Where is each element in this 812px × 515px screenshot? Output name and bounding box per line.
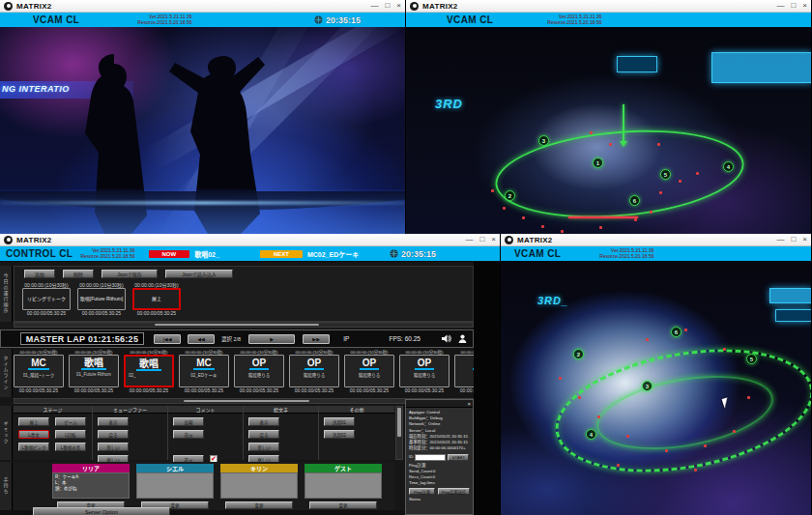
timeline-item-button[interactable]: OP階段降りる — [399, 355, 450, 387]
titlebar[interactable]: MATRIX2 — □ × — [406, 0, 811, 13]
waypoint-marker[interactable]: 2 — [505, 190, 515, 201]
schedule-item-button[interactable]: リビングでトーク — [22, 288, 71, 310]
gimmick-button-active[interactable]: L青文 — [18, 430, 49, 439]
schedule-load-json-button[interactable]: Jsonで読み込み — [165, 270, 233, 278]
gimmick-column-emoji: 絵文字 表示 戻る 悲しい 楽しい — [244, 406, 319, 460]
transport-next-button[interactable]: ▶▶ — [303, 334, 330, 344]
speaker-icon[interactable] — [442, 334, 451, 343]
waypoint-marker[interactable]: 4 — [723, 161, 734, 172]
gimmick-column-stage: ステージ 屋上 ゲーム L青文 L回転 L歌唱ピンク L歌唱水色 — [14, 406, 93, 460]
schedule-scrollbar[interactable] — [14, 322, 474, 328]
fps-indicator: FPS: 60.25 — [389, 335, 420, 342]
timeline-item-button[interactable]: C — [454, 355, 474, 387]
clock: 20:35:15 — [401, 249, 436, 259]
maximize-button[interactable]: □ — [479, 236, 484, 243]
gimmick-button[interactable]: 屋上 — [18, 417, 49, 426]
minimize-button[interactable]: — — [465, 236, 473, 243]
waypoint-marker[interactable]: 6 — [629, 195, 640, 206]
server-option-button[interactable]: Server Option — [33, 507, 170, 515]
ip-label: IP — [343, 335, 349, 342]
timeline-item-button[interactable]: MC02_EDケーキ — [179, 355, 229, 387]
stage-screen-panel — [617, 56, 657, 72]
maximize-button[interactable]: □ — [791, 236, 796, 243]
waypoint-marker[interactable]: 3 — [538, 135, 549, 146]
timeline-item-button[interactable]: OP階段降りる — [234, 355, 284, 387]
gimmick-button[interactable]: L歌唱水色 — [55, 443, 86, 451]
gimmick-button[interactable]: 花火 — [173, 430, 204, 439]
waypoint-marker[interactable]: 2 — [573, 349, 584, 359]
schedule-add-button[interactable]: 追加 — [24, 270, 55, 278]
version-info: Ver.2021.5.21.11.36Resorce.2021.5.20.18.… — [137, 14, 191, 26]
characters-side-label: 手持ち — [0, 462, 13, 510]
time-diff: 時刻差分：00:00:00.0004170+ — [409, 445, 470, 451]
stage-viewport-overhead[interactable]: 3RD 1 2 3 4 5 6 — [406, 27, 811, 234]
titlebar[interactable]: MATRIX2 — □ × — [501, 234, 811, 246]
globe-icon — [314, 15, 323, 24]
waypoint-marker[interactable]: 5 — [660, 169, 671, 180]
schedule-save-json-button[interactable]: Jsonで保存 — [102, 270, 158, 278]
gimmick-scrollbar[interactable] — [395, 406, 403, 460]
info-panel-titlebar[interactable]: × — [406, 400, 473, 408]
minimize-button[interactable]: — — [370, 2, 378, 10]
start-button[interactable]: START — [448, 454, 469, 461]
close-button[interactable]: × — [802, 236, 807, 243]
waypoint-marker[interactable]: 3 — [642, 381, 652, 391]
timeline-item-button[interactable]: 歌唱01_Future Rithum — [69, 355, 119, 387]
gimmick-button[interactable]: 汎用01 — [324, 417, 355, 426]
gimmick-button[interactable]: L回転 — [55, 430, 86, 439]
timeline-item-button[interactable]: OP階段降りる — [289, 355, 339, 387]
transport-prev-button[interactable]: ◀◀ — [188, 334, 215, 344]
id-input[interactable] — [415, 454, 446, 461]
stage-viewport-main[interactable]: NG INTERATIO — [0, 27, 405, 234]
timeline-item-button[interactable]: OP階段降りる — [344, 355, 394, 387]
waypoint-marker[interactable]: 6 — [671, 327, 682, 337]
close-button[interactable]: × — [491, 236, 496, 243]
schedule-item-button[interactable]: 歌唱[Future Rithum] — [77, 288, 126, 310]
stage-viewport-close[interactable]: 3RD_ 2 3 4 5 6 — [501, 261, 811, 515]
gimmick-button[interactable]: 出現 — [173, 417, 204, 426]
titlebar[interactable]: MATRIX2 — □ × — [0, 0, 405, 13]
gimmick-button[interactable]: 表示 — [248, 417, 279, 426]
gimmick-button[interactable]: 戻る — [98, 430, 129, 439]
transport-play-button[interactable]: ▶ — [248, 334, 295, 344]
transport-first-button[interactable]: |◀◀ — [154, 334, 181, 344]
gimmick-button[interactable]: L歌唱ピンク — [18, 443, 49, 451]
app-header: VCAM CL Ver.2021.5.21.11.36Resorce.2021.… — [406, 13, 811, 27]
timeline-item-button[interactable]: 歌唱02_ — [124, 355, 174, 387]
gimmick-button[interactable]: 戻る — [248, 430, 279, 439]
gimmick-button[interactable]: 悲しい — [98, 443, 129, 451]
close-button[interactable]: × — [802, 2, 807, 10]
stage-screen-panel — [711, 52, 811, 83]
gimmick-button[interactable]: 悲しい — [248, 443, 279, 451]
window-vcam-close: MATRIX2 — □ × VCAM CL Ver.2021.5.21.11.3… — [501, 234, 812, 515]
id-label: ID — [409, 454, 413, 460]
schedule-item: 00:00:00:(10分30秒) 歌唱[Future Rithum] 00:0… — [77, 281, 126, 316]
close-button[interactable]: × — [396, 2, 401, 10]
user-icon[interactable] — [458, 334, 467, 343]
minimize-button[interactable]: — — [776, 2, 784, 10]
minimize-button[interactable]: — — [776, 236, 784, 243]
change-button[interactable]: 変更 — [225, 501, 293, 509]
waypoint-marker[interactable]: 5 — [746, 354, 757, 364]
gimmick-section: ステージ 屋上 ゲーム L青文 L回転 L歌唱ピンク L歌唱水色 ミュージファー… — [14, 406, 394, 460]
app-logo-icon — [4, 2, 13, 11]
maximize-button[interactable]: □ — [385, 2, 390, 10]
gimmick-button[interactable]: 表示 — [98, 417, 129, 426]
gimmick-button[interactable]: 汎用02 — [324, 430, 355, 439]
schedule-delete-button[interactable]: 削除 — [63, 270, 94, 278]
schedule-item-button[interactable]: 屋上 — [132, 288, 181, 310]
timeline-item-button[interactable]: MC01_階段~トーク — [14, 355, 64, 387]
version-info: Ver.2021.5.21.11.36Resorce.2021.5.20.18.… — [80, 248, 134, 260]
titlebar[interactable]: MATRIX2 — □ × — [0, 234, 500, 246]
ping-periodic-button[interactable]: Ping定期送信 — [438, 488, 470, 495]
waypoint-marker[interactable]: 4 — [586, 429, 596, 440]
status-label: Status — [409, 497, 470, 502]
waypoint-marker[interactable]: 1 — [593, 157, 603, 168]
globe-icon — [390, 249, 398, 258]
gimmick-button[interactable]: ゲーム — [55, 417, 86, 426]
clock: 20:35:15 — [326, 15, 361, 25]
ping-measure-button[interactable]: Ping計測 — [409, 488, 435, 495]
change-button[interactable]: 変更 — [309, 501, 377, 509]
maximize-button[interactable]: □ — [791, 2, 796, 10]
close-icon[interactable]: × — [467, 401, 471, 407]
